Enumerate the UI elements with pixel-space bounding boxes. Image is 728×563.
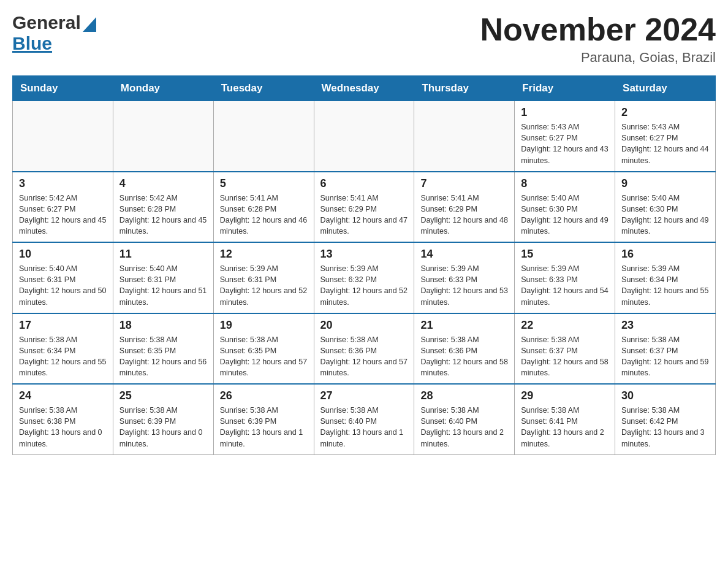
day-number: 23 xyxy=(621,319,709,332)
day-number: 9 xyxy=(621,177,709,190)
weekday-header-monday: Monday xyxy=(113,76,213,101)
day-info: Sunrise: 5:42 AMSunset: 6:27 PMDaylight:… xyxy=(19,193,107,237)
day-info: Sunrise: 5:38 AMSunset: 6:39 PMDaylight:… xyxy=(220,405,308,450)
day-number: 3 xyxy=(19,177,107,190)
calendar-cell: 15Sunrise: 5:39 AMSunset: 6:33 PMDayligh… xyxy=(515,242,615,313)
day-number: 19 xyxy=(220,319,308,332)
weekday-header-wednesday: Wednesday xyxy=(314,76,414,101)
day-info: Sunrise: 5:38 AMSunset: 6:36 PMDaylight:… xyxy=(420,334,508,379)
day-number: 13 xyxy=(320,248,408,261)
weekday-header-tuesday: Tuesday xyxy=(213,76,314,101)
day-info: Sunrise: 5:40 AMSunset: 6:31 PMDaylight:… xyxy=(19,263,107,308)
calendar-cell: 7Sunrise: 5:41 AMSunset: 6:29 PMDaylight… xyxy=(414,172,515,243)
calendar-cell: 19Sunrise: 5:38 AMSunset: 6:35 PMDayligh… xyxy=(213,313,314,385)
calendar-cell: 10Sunrise: 5:40 AMSunset: 6:31 PMDayligh… xyxy=(13,242,113,313)
week-row-2: 10Sunrise: 5:40 AMSunset: 6:31 PMDayligh… xyxy=(13,242,716,313)
day-number: 4 xyxy=(119,177,207,190)
day-number: 22 xyxy=(521,319,609,332)
day-number: 17 xyxy=(19,319,107,332)
calendar-cell: 25Sunrise: 5:38 AMSunset: 6:39 PMDayligh… xyxy=(113,384,213,454)
day-info: Sunrise: 5:38 AMSunset: 6:40 PMDaylight:… xyxy=(420,405,508,450)
day-number: 15 xyxy=(521,248,609,261)
day-number: 26 xyxy=(220,389,308,402)
day-number: 10 xyxy=(19,248,107,261)
calendar-cell: 30Sunrise: 5:38 AMSunset: 6:42 PMDayligh… xyxy=(615,384,716,454)
title-area: November 2024 Parauna, Goias, Brazil xyxy=(480,12,716,66)
day-info: Sunrise: 5:38 AMSunset: 6:35 PMDaylight:… xyxy=(119,334,207,379)
calendar-cell: 14Sunrise: 5:39 AMSunset: 6:33 PMDayligh… xyxy=(414,242,515,313)
day-info: Sunrise: 5:39 AMSunset: 6:34 PMDaylight:… xyxy=(621,263,709,308)
day-info: Sunrise: 5:41 AMSunset: 6:28 PMDaylight:… xyxy=(220,193,308,237)
day-number: 25 xyxy=(119,389,207,402)
logo-general-text: General xyxy=(12,12,81,33)
day-number: 16 xyxy=(621,248,709,261)
week-row-3: 17Sunrise: 5:38 AMSunset: 6:34 PMDayligh… xyxy=(13,313,716,385)
calendar-cell: 18Sunrise: 5:38 AMSunset: 6:35 PMDayligh… xyxy=(113,313,213,385)
day-info: Sunrise: 5:38 AMSunset: 6:38 PMDaylight:… xyxy=(19,405,107,450)
weekday-header-sunday: Sunday xyxy=(13,76,113,101)
day-info: Sunrise: 5:38 AMSunset: 6:39 PMDaylight:… xyxy=(119,405,207,450)
calendar-cell: 16Sunrise: 5:39 AMSunset: 6:34 PMDayligh… xyxy=(615,242,716,313)
weekday-header-friday: Friday xyxy=(515,76,615,101)
day-info: Sunrise: 5:40 AMSunset: 6:31 PMDaylight:… xyxy=(119,263,207,308)
calendar-cell: 21Sunrise: 5:38 AMSunset: 6:36 PMDayligh… xyxy=(414,313,515,385)
calendar-cell: 23Sunrise: 5:38 AMSunset: 6:37 PMDayligh… xyxy=(615,313,716,385)
day-number: 20 xyxy=(320,319,408,332)
calendar-cell: 4Sunrise: 5:42 AMSunset: 6:28 PMDaylight… xyxy=(113,172,213,243)
calendar-cell: 8Sunrise: 5:40 AMSunset: 6:30 PMDaylight… xyxy=(515,172,615,243)
day-info: Sunrise: 5:39 AMSunset: 6:32 PMDaylight:… xyxy=(320,263,408,308)
day-number: 7 xyxy=(420,177,508,190)
calendar-cell: 28Sunrise: 5:38 AMSunset: 6:40 PMDayligh… xyxy=(414,384,515,454)
calendar-cell: 11Sunrise: 5:40 AMSunset: 6:31 PMDayligh… xyxy=(113,242,213,313)
day-info: Sunrise: 5:39 AMSunset: 6:33 PMDaylight:… xyxy=(521,263,609,308)
calendar-cell: 17Sunrise: 5:38 AMSunset: 6:34 PMDayligh… xyxy=(13,313,113,385)
day-number: 18 xyxy=(119,319,207,332)
calendar-cell xyxy=(414,101,515,172)
calendar-cell: 12Sunrise: 5:39 AMSunset: 6:31 PMDayligh… xyxy=(213,242,314,313)
day-info: Sunrise: 5:40 AMSunset: 6:30 PMDaylight:… xyxy=(621,193,709,237)
day-info: Sunrise: 5:43 AMSunset: 6:27 PMDaylight:… xyxy=(621,121,709,166)
day-number: 8 xyxy=(521,177,609,190)
header: General Blue November 2024 Parauna, Goia… xyxy=(12,12,716,66)
calendar-cell: 2Sunrise: 5:43 AMSunset: 6:27 PMDaylight… xyxy=(615,101,716,172)
calendar-cell: 6Sunrise: 5:41 AMSunset: 6:29 PMDaylight… xyxy=(314,172,414,243)
calendar-subtitle: Parauna, Goias, Brazil xyxy=(480,50,716,66)
calendar-cell xyxy=(13,101,113,172)
day-info: Sunrise: 5:38 AMSunset: 6:42 PMDaylight:… xyxy=(621,405,709,450)
day-info: Sunrise: 5:38 AMSunset: 6:37 PMDaylight:… xyxy=(521,334,609,379)
calendar-cell: 24Sunrise: 5:38 AMSunset: 6:38 PMDayligh… xyxy=(13,384,113,454)
calendar-cell: 5Sunrise: 5:41 AMSunset: 6:28 PMDaylight… xyxy=(213,172,314,243)
day-info: Sunrise: 5:38 AMSunset: 6:36 PMDaylight:… xyxy=(320,334,408,379)
day-info: Sunrise: 5:38 AMSunset: 6:34 PMDaylight:… xyxy=(19,334,107,379)
calendar-cell: 1Sunrise: 5:43 AMSunset: 6:27 PMDaylight… xyxy=(515,101,615,172)
calendar-cell: 13Sunrise: 5:39 AMSunset: 6:32 PMDayligh… xyxy=(314,242,414,313)
weekday-header-row: SundayMondayTuesdayWednesdayThursdayFrid… xyxy=(13,76,716,101)
calendar-cell: 20Sunrise: 5:38 AMSunset: 6:36 PMDayligh… xyxy=(314,313,414,385)
day-info: Sunrise: 5:38 AMSunset: 6:37 PMDaylight:… xyxy=(621,334,709,379)
calendar-table: SundayMondayTuesdayWednesdayThursdayFrid… xyxy=(12,75,716,455)
day-info: Sunrise: 5:43 AMSunset: 6:27 PMDaylight:… xyxy=(521,121,609,166)
day-info: Sunrise: 5:42 AMSunset: 6:28 PMDaylight:… xyxy=(119,193,207,237)
day-number: 11 xyxy=(119,248,207,261)
calendar-cell: 27Sunrise: 5:38 AMSunset: 6:40 PMDayligh… xyxy=(314,384,414,454)
day-number: 2 xyxy=(621,106,709,119)
day-number: 12 xyxy=(220,248,308,261)
calendar-title: November 2024 xyxy=(480,12,716,47)
svg-marker-0 xyxy=(83,17,96,32)
calendar-cell xyxy=(213,101,314,172)
day-number: 27 xyxy=(320,389,408,402)
day-number: 24 xyxy=(19,389,107,402)
day-info: Sunrise: 5:41 AMSunset: 6:29 PMDaylight:… xyxy=(320,193,408,237)
calendar-cell: 9Sunrise: 5:40 AMSunset: 6:30 PMDaylight… xyxy=(615,172,716,243)
calendar-cell: 3Sunrise: 5:42 AMSunset: 6:27 PMDaylight… xyxy=(13,172,113,243)
day-number: 5 xyxy=(220,177,308,190)
week-row-4: 24Sunrise: 5:38 AMSunset: 6:38 PMDayligh… xyxy=(13,384,716,454)
day-number: 21 xyxy=(420,319,508,332)
day-info: Sunrise: 5:39 AMSunset: 6:33 PMDaylight:… xyxy=(420,263,508,308)
day-number: 29 xyxy=(521,389,609,402)
day-info: Sunrise: 5:39 AMSunset: 6:31 PMDaylight:… xyxy=(220,263,308,308)
day-info: Sunrise: 5:40 AMSunset: 6:30 PMDaylight:… xyxy=(521,193,609,237)
logo-arrow-icon xyxy=(83,15,96,32)
day-number: 30 xyxy=(621,389,709,402)
day-number: 6 xyxy=(320,177,408,190)
